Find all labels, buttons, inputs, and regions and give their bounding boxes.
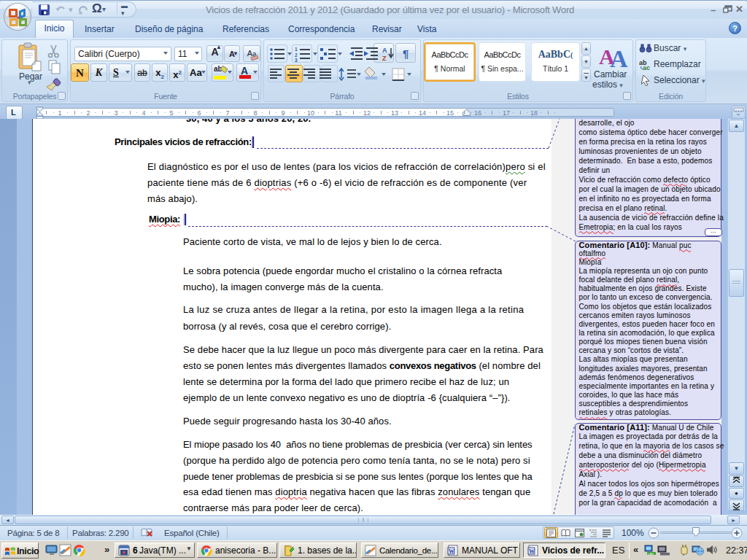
svg-text:W: W xyxy=(529,548,535,555)
svg-text:3: 3 xyxy=(295,58,298,63)
svg-text:A: A xyxy=(610,45,628,69)
svg-text:W: W xyxy=(449,548,454,555)
svg-text:ac: ac xyxy=(643,64,650,71)
svg-text:LAN: LAN xyxy=(648,552,654,556)
svg-text:1: 1 xyxy=(295,47,298,52)
svg-text:¶: ¶ xyxy=(403,47,409,60)
svg-text:Z: Z xyxy=(382,55,387,62)
svg-text:A: A xyxy=(382,47,387,54)
svg-text:2: 2 xyxy=(295,52,298,58)
